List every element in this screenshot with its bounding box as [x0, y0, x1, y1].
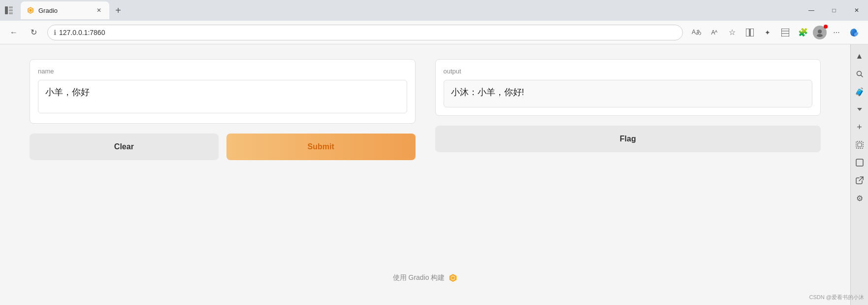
watermark: CSDN @爱看书的小沐	[809, 294, 864, 301]
close-button[interactable]: ✕	[845, 2, 868, 18]
address-input[interactable]: ℹ 127.0.0.1:7860	[47, 25, 683, 40]
svg-rect-3	[9, 12, 13, 14]
sidebar-toggle-button[interactable]	[0, 1, 18, 19]
footer: 使用 Gradio 构建	[30, 266, 821, 290]
window-controls: — □ ✕	[800, 2, 868, 18]
scroll-up-icon[interactable]: ▲	[852, 48, 868, 64]
page-content: name Clear Submit output 小沐：小羊，你好! Flag	[0, 44, 850, 305]
new-tab-button[interactable]: +	[111, 3, 125, 17]
chrome-top-bar: Gradio ✕ + — □ ✕	[0, 0, 868, 21]
svg-rect-2	[9, 9, 13, 11]
info-icon: ℹ	[54, 29, 56, 36]
svg-point-13	[817, 34, 823, 37]
svg-line-18	[861, 75, 863, 77]
more-button[interactable]: ···	[829, 25, 844, 40]
flag-button[interactable]: Flag	[435, 126, 821, 152]
maximize-button[interactable]: □	[823, 2, 845, 18]
svg-rect-21	[856, 159, 863, 166]
collections-button[interactable]: ✦	[760, 25, 775, 40]
sidebar-screenshot-icon[interactable]	[852, 137, 868, 153]
extensions-button[interactable]: 🧩	[795, 25, 811, 40]
right-sidebar: ▲ 🧳 +	[850, 44, 868, 305]
clear-button[interactable]: Clear	[30, 134, 219, 160]
read-aloud-button[interactable]: Aあ	[689, 25, 705, 40]
url-text: 127.0.0.1:7860	[59, 29, 676, 36]
gradio-logo-icon	[449, 273, 457, 282]
main-layout: name Clear Submit output 小沐：小羊，你好! Flag	[30, 59, 821, 266]
immersive-reader-button[interactable]: Aᴬ	[707, 25, 722, 40]
output-value: 小沐：小羊，你好!	[444, 80, 813, 107]
sidebar-share-icon[interactable]	[852, 172, 868, 188]
svg-line-22	[859, 177, 863, 181]
address-bar: ← ↻ ℹ 127.0.0.1:7860 Aあ Aᴬ ☆ ✦ 🧩 ···	[0, 21, 868, 44]
minimize-button[interactable]: —	[800, 2, 823, 18]
tab-close-button[interactable]: ✕	[95, 6, 103, 15]
toolbar-icons: Aあ Aᴬ ☆ ✦ 🧩 ···	[689, 25, 862, 40]
favorite-button[interactable]: ☆	[724, 25, 740, 40]
svg-rect-7	[746, 29, 749, 36]
footer-text: 使用 Gradio 构建	[393, 273, 445, 281]
sidebar-briefcase-icon[interactable]: 🧳	[852, 84, 868, 100]
edge-icon	[846, 25, 862, 40]
svg-rect-0	[5, 6, 8, 14]
tab-favicon-icon	[27, 6, 34, 14]
svg-rect-19	[856, 141, 863, 148]
svg-rect-9	[781, 29, 789, 36]
active-tab[interactable]: Gradio ✕	[21, 1, 109, 19]
name-input[interactable]	[38, 80, 407, 113]
action-buttons: Clear Submit	[30, 134, 416, 160]
output-panel: output 小沐：小羊，你好! Flag	[435, 59, 821, 266]
svg-rect-1	[9, 6, 13, 8]
sidebar-plus-icon[interactable]: +	[852, 119, 868, 135]
svg-point-12	[818, 30, 822, 34]
content-wrapper: name Clear Submit output 小沐：小羊，你好! Flag	[0, 44, 868, 305]
sidebar-chevron-down-icon[interactable]	[852, 102, 868, 117]
svg-rect-20	[858, 143, 862, 147]
output-box: output 小沐：小羊，你好!	[435, 59, 821, 116]
notification-dot	[824, 25, 828, 29]
browser-window: Gradio ✕ + — □ ✕ ← ↻ ℹ 127.0.0.1:7860 Aあ…	[0, 0, 868, 305]
input-panel: name Clear Submit	[30, 59, 416, 266]
split-view-button[interactable]	[742, 25, 758, 40]
output-label: output	[444, 68, 813, 75]
tab-search-button[interactable]	[777, 25, 793, 40]
svg-rect-8	[750, 29, 754, 36]
name-input-box: name	[30, 59, 416, 124]
refresh-button[interactable]: ↻	[26, 25, 41, 40]
back-button[interactable]: ←	[6, 25, 22, 40]
submit-button[interactable]: Submit	[226, 134, 416, 160]
sidebar-search-icon[interactable]	[852, 66, 868, 82]
sidebar-settings-icon[interactable]: ⚙	[852, 190, 868, 206]
tab-title: Gradio	[38, 7, 91, 14]
profile-button[interactable]	[813, 26, 827, 39]
sidebar-window-icon[interactable]	[852, 155, 868, 170]
name-label: name	[38, 68, 407, 75]
